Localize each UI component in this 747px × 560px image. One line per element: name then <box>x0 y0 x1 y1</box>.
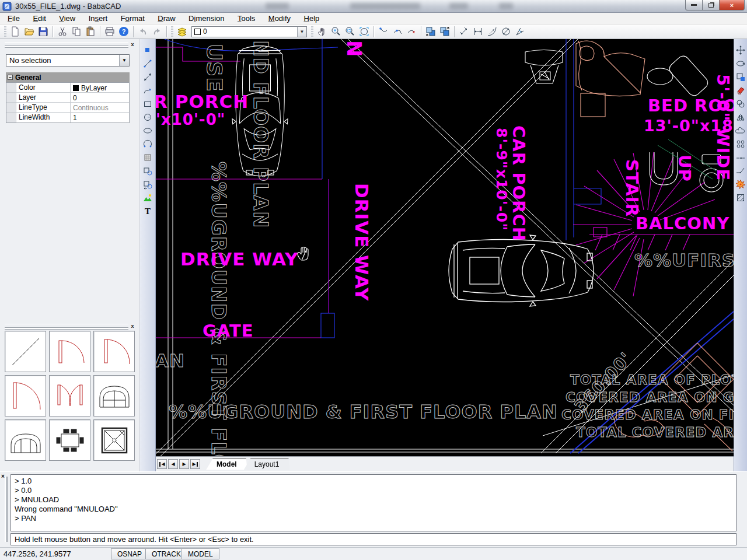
close-button[interactable]: × <box>719 0 745 10</box>
insert-block-icon[interactable] <box>142 178 154 190</box>
command-close-icon[interactable]: × <box>1 473 5 480</box>
drawing-canvas[interactable]: N USE ND FLOOR PLAN %%UGROUND & FIRST FL… <box>156 39 734 456</box>
text-ufirst[interactable]: %%UFIRST <box>634 250 734 271</box>
text-plan-fragment[interactable]: AN <box>156 350 185 371</box>
rotate-icon[interactable] <box>735 57 747 69</box>
block-shower-cabin[interactable] <box>93 419 135 461</box>
block-line[interactable] <box>5 331 46 372</box>
construction-line-icon[interactable] <box>142 71 154 83</box>
arc-icon[interactable] <box>142 138 154 150</box>
block-door-swing[interactable] <box>93 331 135 372</box>
collapse-icon[interactable]: − <box>8 75 13 80</box>
break-icon[interactable] <box>735 151 747 163</box>
chevron-down-icon[interactable]: ▼ <box>297 27 306 37</box>
command-history[interactable]: > 1.0 > 0.0 > MNULOAD Wrong command "MNU… <box>11 474 736 531</box>
snap-endpoint-icon[interactable] <box>376 25 390 38</box>
block-door-swing[interactable] <box>49 331 90 372</box>
move-icon[interactable] <box>735 44 747 56</box>
first-tab-button[interactable]: ◀ <box>157 459 167 469</box>
text-car-porch[interactable]: CAR PORCH <box>509 125 529 242</box>
toolbar-grip[interactable] <box>4 26 6 37</box>
blocks-panel-handle[interactable] <box>5 324 128 328</box>
bring-to-front-icon[interactable] <box>438 25 452 38</box>
blocks-panel-close-icon[interactable]: x <box>129 323 136 330</box>
menu-file[interactable]: File <box>2 13 25 24</box>
text-car-porch-dim[interactable]: 8'-9"x10'-0" <box>493 128 510 231</box>
layer-combobox[interactable]: 0 ▼ <box>191 26 307 37</box>
menu-view[interactable]: View <box>54 13 81 24</box>
send-to-back-icon[interactable] <box>424 25 438 38</box>
linetype-value[interactable]: Continuous <box>71 103 129 112</box>
polyline-icon[interactable] <box>142 84 154 96</box>
block-dining-table[interactable] <box>49 419 90 461</box>
menu-format[interactable]: Format <box>116 13 150 24</box>
block-door-swing[interactable] <box>5 375 46 416</box>
chevron-down-icon[interactable]: ▼ <box>119 55 129 66</box>
furniture-outlines-pink[interactable] <box>576 41 645 117</box>
explode-icon[interactable] <box>735 178 747 190</box>
menu-draw[interactable]: Draw <box>152 13 180 24</box>
layer-value[interactable]: 0 <box>71 93 129 102</box>
command-input[interactable]: Hold left mouse button and move arround.… <box>11 533 736 545</box>
osnap-toggle[interactable]: OSNAP <box>111 548 148 559</box>
text-house-fragment[interactable]: USE <box>203 44 226 92</box>
text-wide[interactable]: 5'-0" WIDE <box>713 74 733 181</box>
dim-aligned-icon[interactable] <box>457 25 471 38</box>
text-up[interactable]: UP <box>675 155 694 182</box>
tab-layout1[interactable]: Layout1 <box>244 459 290 470</box>
image-icon[interactable] <box>142 191 154 204</box>
menu-insert[interactable]: Insert <box>83 13 113 24</box>
mirror-icon[interactable] <box>735 111 747 123</box>
tab-model[interactable]: Model <box>206 459 247 470</box>
previous-tab-button[interactable]: ◀ <box>168 459 178 469</box>
zoom-extents-icon[interactable] <box>357 25 371 38</box>
break-at-point-icon[interactable] <box>735 164 747 177</box>
paste-icon[interactable] <box>83 25 97 38</box>
hatch-icon[interactable] <box>142 151 154 163</box>
layers-icon[interactable] <box>175 25 189 38</box>
block-sofa[interactable] <box>5 419 46 461</box>
toolbar-grip[interactable] <box>311 26 313 37</box>
text-porch-dim-fragment[interactable]: 'x10'-0" <box>156 111 225 128</box>
save-icon[interactable] <box>36 25 50 38</box>
car-top-view[interactable] <box>449 235 594 306</box>
last-tab-button[interactable]: ▶ <box>190 459 200 469</box>
rectangle-icon[interactable] <box>142 97 154 110</box>
text-ground-first-title[interactable]: %%UGROUND & FIRST FLOOR PLAN <box>169 401 558 423</box>
pan-icon[interactable] <box>315 25 329 38</box>
properties-group-header[interactable]: − General <box>6 72 130 82</box>
command-drag-handle[interactable] <box>5 477 8 542</box>
text-icon[interactable]: T <box>142 205 154 217</box>
erase-icon[interactable] <box>735 84 747 96</box>
menu-help[interactable]: Help <box>299 13 325 24</box>
help-icon[interactable]: ? <box>117 25 131 38</box>
snap-off-icon[interactable] <box>404 25 418 38</box>
array-icon[interactable] <box>735 138 747 150</box>
cad-drawing[interactable]: N USE ND FLOOR PLAN %%UGROUND & FIRST FL… <box>156 39 734 456</box>
point-icon[interactable] <box>142 44 154 56</box>
dim-linear-icon[interactable] <box>471 25 485 38</box>
dim-radius-icon[interactable] <box>485 25 499 38</box>
copy-object-icon[interactable] <box>735 97 747 110</box>
new-icon[interactable] <box>8 25 22 38</box>
copy-icon[interactable] <box>69 25 83 38</box>
color-value[interactable]: ByLayer <box>71 83 129 92</box>
offset-icon[interactable] <box>735 124 747 136</box>
text-drive-way-vertical[interactable]: DRIVE WAY <box>351 183 372 301</box>
minimize-button[interactable] <box>685 0 703 10</box>
menu-tools[interactable]: Tools <box>232 13 260 24</box>
text-lawn-fragment[interactable]: N <box>343 40 366 57</box>
toolbar-grip[interactable] <box>171 26 173 37</box>
line-icon[interactable] <box>142 57 154 69</box>
text-stair[interactable]: STAIR <box>622 159 642 217</box>
block-double-door[interactable] <box>49 375 90 416</box>
properties-panel-close-icon[interactable]: x <box>129 41 136 48</box>
menu-edit[interactable]: Edit <box>27 13 51 24</box>
open-icon[interactable] <box>22 25 36 38</box>
text-drive-way[interactable]: DRIVE WAY <box>180 249 298 270</box>
text-balcony[interactable]: BALCONY <box>636 214 729 233</box>
text-area-line4[interactable]: TOTAL COVERED AREA <box>576 425 734 440</box>
dim-diameter-icon[interactable] <box>499 25 513 38</box>
selection-dropdown[interactable]: No selection ▼ <box>6 54 130 66</box>
menu-dimension[interactable]: Dimension <box>183 13 229 24</box>
